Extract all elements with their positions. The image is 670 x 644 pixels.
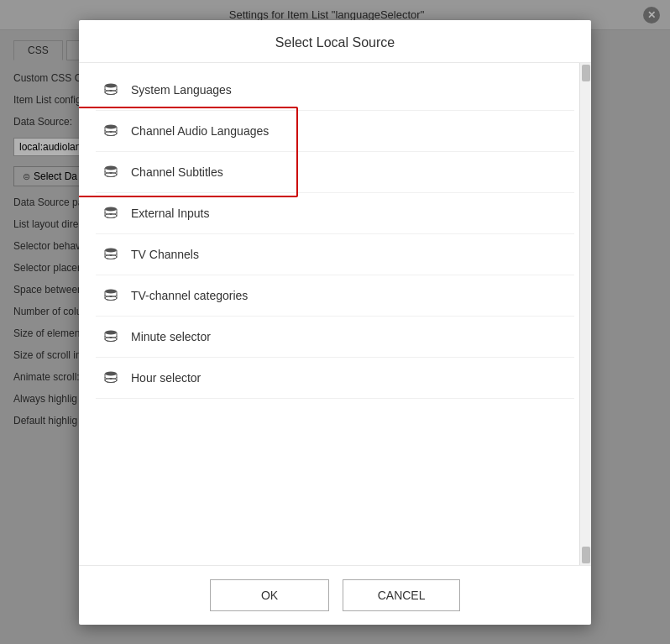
modal-header: Select Local Source bbox=[79, 20, 591, 63]
scrollbar-thumb-bottom[interactable] bbox=[582, 547, 590, 563]
list-item-label-7: Hour selector bbox=[131, 371, 201, 385]
db-icon-6 bbox=[102, 328, 119, 345]
db-icon-0 bbox=[102, 81, 119, 98]
scrollbar-thumb-top[interactable] bbox=[582, 65, 590, 81]
svg-point-12 bbox=[105, 330, 117, 334]
list-item-label-5: TV-channel categories bbox=[131, 289, 248, 302]
svg-point-14 bbox=[105, 371, 117, 375]
svg-point-4 bbox=[105, 165, 117, 170]
db-icon-1 bbox=[102, 123, 119, 139]
modal-overlay: Select Local Source Sy bbox=[0, 0, 670, 644]
list-item[interactable]: Channel Subtitles bbox=[96, 152, 574, 193]
list-item-label-6: Minute selector bbox=[131, 330, 211, 343]
list-item-label-1: Channel Audio Languages bbox=[131, 124, 269, 138]
list-item[interactable]: System Languages bbox=[96, 70, 574, 111]
svg-point-2 bbox=[105, 124, 117, 128]
cancel-button[interactable]: CANCEL bbox=[343, 579, 460, 611]
modal-footer: OK CANCEL bbox=[79, 565, 591, 625]
list-item[interactable]: TV-channel categories bbox=[96, 275, 574, 317]
modal-title: Select Local Source bbox=[275, 35, 395, 50]
list-item[interactable]: Channel Audio Languages bbox=[96, 111, 574, 152]
list-item[interactable]: External Inputs bbox=[96, 193, 574, 234]
list-item[interactable]: Hour selector bbox=[96, 358, 574, 399]
svg-point-6 bbox=[105, 207, 117, 211]
modal-body: System Languages Channel Audio Languages bbox=[79, 63, 591, 565]
list-item-label-0: System Languages bbox=[131, 83, 232, 97]
scrollbar-track[interactable] bbox=[579, 63, 591, 565]
db-icon-2 bbox=[102, 164, 119, 181]
list-item-label-4: TV Channels bbox=[131, 248, 199, 261]
svg-point-10 bbox=[105, 289, 117, 293]
list-item-label-2: Channel Subtitles bbox=[131, 165, 223, 179]
ok-button[interactable]: OK bbox=[210, 579, 329, 611]
modal-dialog: Select Local Source Sy bbox=[79, 20, 591, 625]
db-icon-5 bbox=[102, 287, 119, 304]
db-icon-7 bbox=[102, 369, 119, 386]
svg-point-0 bbox=[105, 83, 117, 87]
db-icon-4 bbox=[102, 246, 119, 263]
db-icon-3 bbox=[102, 205, 119, 222]
list-item[interactable]: Minute selector bbox=[96, 317, 574, 358]
list-item[interactable]: TV Channels bbox=[96, 234, 574, 275]
svg-point-8 bbox=[105, 248, 117, 252]
list-item-label-3: External Inputs bbox=[131, 207, 209, 220]
